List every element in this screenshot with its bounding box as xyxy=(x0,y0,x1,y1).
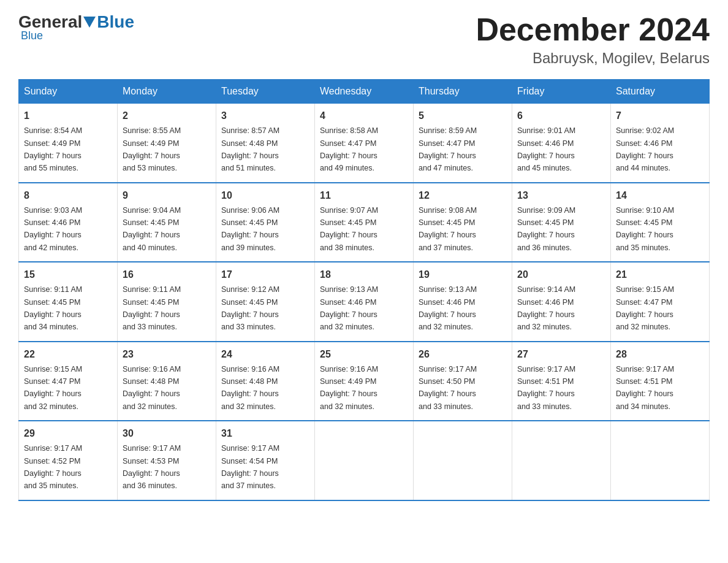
day-number: 15 xyxy=(24,267,112,282)
calendar-cell: 5Sunrise: 8:59 AM Sunset: 4:47 PM Daylig… xyxy=(414,104,512,183)
day-info: Sunrise: 9:15 AM Sunset: 4:47 PM Dayligh… xyxy=(616,285,674,331)
day-number: 29 xyxy=(24,426,112,441)
calendar-cell: 6Sunrise: 9:01 AM Sunset: 4:46 PM Daylig… xyxy=(512,104,611,183)
day-info: Sunrise: 9:13 AM Sunset: 4:46 PM Dayligh… xyxy=(320,285,378,331)
day-number: 28 xyxy=(616,347,704,362)
day-number: 4 xyxy=(320,109,408,123)
calendar-cell: 27Sunrise: 9:17 AM Sunset: 4:51 PM Dayli… xyxy=(512,342,611,421)
day-info: Sunrise: 8:59 AM Sunset: 4:47 PM Dayligh… xyxy=(419,126,477,172)
day-number: 2 xyxy=(123,109,211,123)
day-info: Sunrise: 9:01 AM Sunset: 4:46 PM Dayligh… xyxy=(517,126,575,172)
day-info: Sunrise: 9:16 AM Sunset: 4:48 PM Dayligh… xyxy=(123,365,181,411)
day-info: Sunrise: 8:54 AM Sunset: 4:49 PM Dayligh… xyxy=(24,126,82,172)
calendar-week-row: 8Sunrise: 9:03 AM Sunset: 4:46 PM Daylig… xyxy=(19,183,710,262)
day-info: Sunrise: 9:17 AM Sunset: 4:50 PM Dayligh… xyxy=(419,365,477,411)
calendar-cell: 26Sunrise: 9:17 AM Sunset: 4:50 PM Dayli… xyxy=(414,342,512,421)
day-number: 7 xyxy=(616,109,704,123)
logo-underline: Blue xyxy=(21,29,134,42)
day-info: Sunrise: 9:11 AM Sunset: 4:45 PM Dayligh… xyxy=(24,285,82,331)
calendar-cell: 16Sunrise: 9:11 AM Sunset: 4:45 PM Dayli… xyxy=(118,262,216,342)
day-info: Sunrise: 9:08 AM Sunset: 4:45 PM Dayligh… xyxy=(419,206,477,252)
day-number: 6 xyxy=(517,109,605,123)
weekday-header-saturday: Saturday xyxy=(611,80,710,104)
weekday-header-monday: Monday xyxy=(118,80,216,104)
day-number: 26 xyxy=(419,347,507,362)
day-number: 9 xyxy=(123,188,211,203)
calendar-cell: 7Sunrise: 9:02 AM Sunset: 4:46 PM Daylig… xyxy=(611,104,710,183)
day-number: 1 xyxy=(24,109,112,123)
day-info: Sunrise: 9:12 AM Sunset: 4:45 PM Dayligh… xyxy=(221,285,279,331)
calendar-cell: 21Sunrise: 9:15 AM Sunset: 4:47 PM Dayli… xyxy=(611,262,710,342)
calendar-cell: 20Sunrise: 9:14 AM Sunset: 4:46 PM Dayli… xyxy=(512,262,611,342)
calendar-cell: 25Sunrise: 9:16 AM Sunset: 4:49 PM Dayli… xyxy=(315,342,414,421)
calendar-cell xyxy=(611,421,710,500)
day-info: Sunrise: 9:17 AM Sunset: 4:52 PM Dayligh… xyxy=(24,444,82,490)
day-info: Sunrise: 9:16 AM Sunset: 4:48 PM Dayligh… xyxy=(221,365,279,411)
calendar-cell: 29Sunrise: 9:17 AM Sunset: 4:52 PM Dayli… xyxy=(19,421,118,500)
day-number: 14 xyxy=(616,188,704,203)
day-number: 25 xyxy=(320,347,408,362)
day-info: Sunrise: 9:17 AM Sunset: 4:51 PM Dayligh… xyxy=(616,365,674,411)
month-title: December 2024 xyxy=(476,12,710,47)
day-info: Sunrise: 8:55 AM Sunset: 4:49 PM Dayligh… xyxy=(123,126,181,172)
weekday-header-friday: Friday xyxy=(512,80,611,104)
day-number: 5 xyxy=(419,109,507,123)
weekday-header-thursday: Thursday xyxy=(414,80,512,104)
calendar-cell: 18Sunrise: 9:13 AM Sunset: 4:46 PM Dayli… xyxy=(315,262,414,342)
calendar-cell: 12Sunrise: 9:08 AM Sunset: 4:45 PM Dayli… xyxy=(414,183,512,262)
day-number: 31 xyxy=(221,426,309,441)
calendar-cell: 28Sunrise: 9:17 AM Sunset: 4:51 PM Dayli… xyxy=(611,342,710,421)
day-info: Sunrise: 9:10 AM Sunset: 4:45 PM Dayligh… xyxy=(616,206,674,252)
day-info: Sunrise: 9:07 AM Sunset: 4:45 PM Dayligh… xyxy=(320,206,378,252)
calendar-cell: 2Sunrise: 8:55 AM Sunset: 4:49 PM Daylig… xyxy=(118,104,216,183)
calendar-cell xyxy=(315,421,414,500)
day-info: Sunrise: 9:03 AM Sunset: 4:46 PM Dayligh… xyxy=(24,206,82,252)
day-number: 19 xyxy=(419,267,507,282)
day-info: Sunrise: 9:13 AM Sunset: 4:46 PM Dayligh… xyxy=(419,285,477,331)
day-number: 22 xyxy=(24,347,112,362)
calendar-cell: 11Sunrise: 9:07 AM Sunset: 4:45 PM Dayli… xyxy=(315,183,414,262)
day-info: Sunrise: 9:15 AM Sunset: 4:47 PM Dayligh… xyxy=(24,365,82,411)
day-number: 17 xyxy=(221,267,309,282)
day-info: Sunrise: 8:57 AM Sunset: 4:48 PM Dayligh… xyxy=(221,126,279,172)
day-number: 16 xyxy=(123,267,211,282)
weekday-header-row: SundayMondayTuesdayWednesdayThursdayFrid… xyxy=(19,80,710,104)
calendar-cell: 15Sunrise: 9:11 AM Sunset: 4:45 PM Dayli… xyxy=(19,262,118,342)
weekday-header-sunday: Sunday xyxy=(19,80,118,104)
day-number: 12 xyxy=(419,188,507,203)
day-number: 18 xyxy=(320,267,408,282)
calendar-week-row: 1Sunrise: 8:54 AM Sunset: 4:49 PM Daylig… xyxy=(19,104,710,183)
day-number: 23 xyxy=(123,347,211,362)
day-info: Sunrise: 9:14 AM Sunset: 4:46 PM Dayligh… xyxy=(517,285,575,331)
day-info: Sunrise: 9:17 AM Sunset: 4:53 PM Dayligh… xyxy=(123,444,181,490)
day-info: Sunrise: 9:11 AM Sunset: 4:45 PM Dayligh… xyxy=(123,285,181,331)
calendar-cell: 24Sunrise: 9:16 AM Sunset: 4:48 PM Dayli… xyxy=(216,342,315,421)
weekday-header-tuesday: Tuesday xyxy=(216,80,315,104)
calendar-cell: 14Sunrise: 9:10 AM Sunset: 4:45 PM Dayli… xyxy=(611,183,710,262)
weekday-header-wednesday: Wednesday xyxy=(315,80,414,104)
location-subtitle: Babruysk, Mogilev, Belarus xyxy=(476,50,710,67)
calendar-cell: 10Sunrise: 9:06 AM Sunset: 4:45 PM Dayli… xyxy=(216,183,315,262)
day-info: Sunrise: 9:17 AM Sunset: 4:51 PM Dayligh… xyxy=(517,365,575,411)
day-number: 24 xyxy=(221,347,309,362)
calendar-cell: 22Sunrise: 9:15 AM Sunset: 4:47 PM Dayli… xyxy=(19,342,118,421)
day-info: Sunrise: 9:06 AM Sunset: 4:45 PM Dayligh… xyxy=(221,206,279,252)
day-number: 3 xyxy=(221,109,309,123)
calendar-week-row: 22Sunrise: 9:15 AM Sunset: 4:47 PM Dayli… xyxy=(19,342,710,421)
day-number: 20 xyxy=(517,267,605,282)
calendar-cell xyxy=(512,421,611,500)
day-number: 8 xyxy=(24,188,112,203)
calendar-cell: 19Sunrise: 9:13 AM Sunset: 4:46 PM Dayli… xyxy=(414,262,512,342)
calendar-cell: 17Sunrise: 9:12 AM Sunset: 4:45 PM Dayli… xyxy=(216,262,315,342)
day-number: 21 xyxy=(616,267,704,282)
day-info: Sunrise: 9:09 AM Sunset: 4:45 PM Dayligh… xyxy=(517,206,575,252)
day-number: 10 xyxy=(221,188,309,203)
page-header: General Blue Blue December 2024 Babruysk… xyxy=(18,12,710,67)
calendar-cell: 1Sunrise: 8:54 AM Sunset: 4:49 PM Daylig… xyxy=(19,104,118,183)
day-number: 13 xyxy=(517,188,605,203)
day-number: 11 xyxy=(320,188,408,203)
day-info: Sunrise: 8:58 AM Sunset: 4:47 PM Dayligh… xyxy=(320,126,378,172)
day-number: 30 xyxy=(123,426,211,441)
day-info: Sunrise: 9:04 AM Sunset: 4:45 PM Dayligh… xyxy=(123,206,181,252)
day-info: Sunrise: 9:16 AM Sunset: 4:49 PM Dayligh… xyxy=(320,365,378,411)
